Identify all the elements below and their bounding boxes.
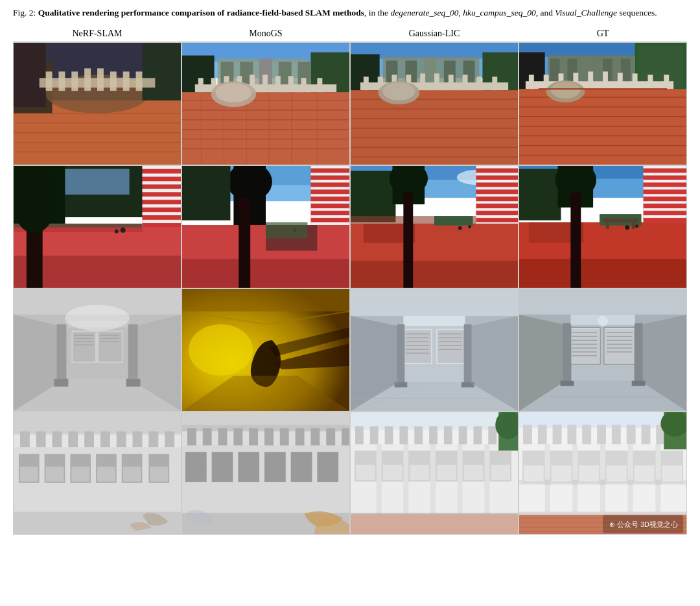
- svg-rect-410: [552, 465, 572, 482]
- svg-rect-344: [342, 428, 349, 447]
- svg-text:⊕ 公众号  3D视觉之心: ⊕ 公众号 3D视觉之心: [609, 521, 678, 529]
- svg-rect-399: [597, 425, 606, 446]
- svg-rect-195: [644, 180, 686, 183]
- svg-rect-351: [317, 452, 338, 483]
- svg-rect-177: [476, 215, 519, 218]
- caption-rest-1: , in the: [364, 8, 391, 17]
- svg-rect-154: [310, 208, 349, 211]
- svg-rect-359: [385, 426, 393, 446]
- svg-point-120: [551, 82, 581, 99]
- svg-rect-231: [54, 379, 69, 387]
- svg-rect-263: [397, 325, 404, 384]
- svg-point-302: [598, 316, 608, 327]
- svg-rect-334: [187, 428, 196, 447]
- svg-rect-189: [519, 169, 561, 220]
- svg-rect-408: [524, 465, 544, 482]
- svg-rect-398: [582, 425, 591, 446]
- svg-rect-282: [605, 329, 635, 364]
- svg-rect-156: [310, 222, 349, 225]
- svg-rect-131: [142, 205, 181, 208]
- svg-rect-402: [642, 425, 651, 446]
- svg-rect-199: [644, 208, 686, 211]
- svg-point-185: [468, 226, 471, 229]
- svg-rect-198: [644, 202, 686, 204]
- svg-rect-132: [142, 212, 181, 215]
- cell-r2c2: [181, 165, 350, 288]
- svg-rect-160: [239, 198, 250, 288]
- figure-container: NeRF-SLAM MonoGS Gaussian-LIC GT: [13, 26, 687, 535]
- fig-label: Fig. 2:: [13, 8, 36, 17]
- svg-rect-384: [351, 514, 518, 534]
- svg-rect-124: [65, 169, 129, 195]
- svg-rect-79: [351, 90, 518, 165]
- svg-rect-194: [644, 173, 686, 176]
- svg-rect-197: [644, 194, 686, 197]
- svg-rect-173: [476, 187, 519, 190]
- svg-rect-181: [434, 216, 473, 226]
- svg-rect-107: [618, 73, 623, 91]
- svg-rect-272: [519, 289, 686, 314]
- svg-rect-281: [570, 329, 599, 364]
- cell-r1c3: [350, 42, 519, 165]
- svg-rect-426: [545, 445, 550, 514]
- seq1: degenerate_seq_00: [390, 8, 458, 17]
- svg-rect-387: [403, 445, 408, 514]
- svg-rect-127: [142, 174, 181, 177]
- svg-point-233: [65, 305, 129, 331]
- col-header-gaussian-lic: Gaussian-LIC: [350, 26, 519, 41]
- svg-rect-388: [430, 445, 436, 514]
- cell-r1c1: [13, 42, 181, 165]
- svg-point-138: [115, 229, 119, 233]
- svg-rect-162: [266, 222, 308, 239]
- svg-rect-340: [280, 428, 289, 447]
- svg-rect-108: [633, 74, 638, 91]
- svg-rect-400: [612, 425, 621, 446]
- cell-r4c1: [13, 412, 181, 535]
- svg-rect-159: [182, 259, 349, 288]
- svg-rect-153: [310, 202, 349, 204]
- svg-rect-43: [182, 92, 349, 165]
- svg-rect-38: [262, 75, 268, 95]
- caption-bold: Qualitative rendering performance compar…: [38, 8, 364, 17]
- svg-rect-150: [310, 180, 349, 183]
- svg-rect-394: [523, 425, 532, 446]
- svg-point-208: [635, 225, 638, 228]
- svg-point-184: [458, 226, 462, 230]
- svg-rect-338: [249, 428, 258, 447]
- svg-rect-362: [429, 426, 438, 446]
- svg-rect-366: [488, 426, 496, 446]
- svg-rect-397: [567, 425, 576, 446]
- cell-r1c4: [519, 42, 687, 165]
- svg-rect-193: [644, 166, 686, 169]
- svg-rect-186: [403, 192, 413, 288]
- svg-rect-350: [291, 452, 312, 483]
- svg-rect-416: [635, 465, 655, 482]
- svg-rect-364: [459, 426, 467, 446]
- svg-rect-129: [142, 189, 181, 192]
- svg-rect-76: [463, 75, 468, 93]
- cell-r3c4: [519, 288, 687, 412]
- svg-rect-106: [603, 72, 608, 91]
- svg-rect-401: [627, 425, 636, 446]
- svg-rect-431: [519, 512, 686, 515]
- svg-rect-341: [296, 428, 305, 447]
- svg-rect-339: [264, 428, 274, 447]
- svg-rect-77: [476, 77, 482, 93]
- svg-rect-196: [644, 187, 686, 190]
- svg-rect-357: [355, 426, 364, 446]
- svg-rect-346: [185, 452, 207, 483]
- svg-rect-236: [182, 289, 349, 311]
- svg-rect-232: [126, 379, 141, 387]
- svg-rect-39: [275, 76, 281, 95]
- svg-rect-151: [310, 187, 349, 190]
- svg-rect-74: [434, 74, 439, 93]
- svg-rect-152: [310, 194, 349, 197]
- svg-rect-360: [399, 426, 408, 446]
- svg-rect-266: [461, 382, 474, 388]
- svg-rect-146: [182, 166, 230, 220]
- svg-rect-105: [588, 72, 593, 91]
- svg-rect-211: [632, 222, 635, 229]
- svg-rect-430: [655, 445, 660, 514]
- svg-rect-358: [370, 426, 379, 446]
- svg-rect-361: [414, 426, 423, 446]
